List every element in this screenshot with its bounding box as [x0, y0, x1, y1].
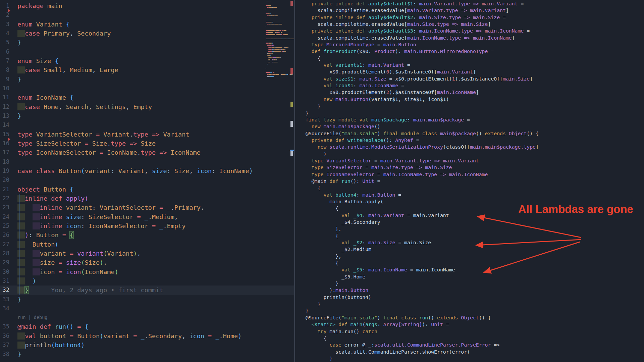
code-line[interactable]: def fromProduct(x$0: Product): main.Butt… — [306, 48, 539, 55]
code-line[interactable]: private def writeReplace(): AnyRef = — [306, 137, 539, 144]
code-line[interactable]: 16type SizeSelector = Size.type => Size — [0, 139, 294, 148]
code-line[interactable]: _$4.Secondary — [306, 219, 539, 225]
code-line[interactable]: } — [306, 355, 539, 362]
code-line[interactable]: { — [306, 205, 539, 212]
code-line[interactable]: 14 — [0, 120, 294, 130]
code-line[interactable]: 4 case Primary, Secondary — [0, 29, 294, 38]
code-line[interactable]: { — [306, 260, 539, 266]
code-line[interactable]: private inline def apply$default$3: main… — [306, 28, 539, 34]
codelens-command[interactable]: run — [17, 315, 25, 320]
code-token: variant — [40, 250, 66, 257]
code-line[interactable]: 24 inline size: SizeSelector = _.Medium, — [0, 212, 294, 221]
decompiled-code-view[interactable]: private inline def apply$default$1: main… — [306, 0, 539, 362]
code-line[interactable]: 18 — [0, 157, 294, 166]
code-line[interactable]: @main def run(): Unit = — [306, 178, 539, 185]
codelens-command[interactable]: debug — [34, 315, 48, 320]
code-line[interactable]: type IconNameSelector = main.IconName.ty… — [306, 171, 539, 178]
code-line[interactable]: } — [306, 301, 539, 307]
code-line[interactable]: private inline def apply$default$2: main… — [306, 14, 539, 21]
code-line[interactable]: 38} — [0, 350, 294, 359]
code-line[interactable]: <static> def main(args: Array[String]): … — [306, 321, 539, 328]
code-line[interactable]: x$0.productElement(2).$asInstanceOf[main… — [306, 89, 539, 96]
code-line[interactable]: { — [306, 232, 539, 239]
code-line[interactable]: 3enum Variant { — [0, 20, 294, 29]
code-line[interactable]: 15type VariantSelector = Variant.type =>… — [0, 130, 294, 139]
minimap[interactable] — [264, 0, 290, 362]
code-token: main.Button — [335, 287, 368, 293]
code-line[interactable]: 19case class Button(variant: Variant, si… — [0, 166, 294, 175]
code-line[interactable]: final lazy module val main$package: main… — [306, 116, 539, 123]
code-line[interactable]: }, — [306, 225, 539, 232]
code-line[interactable]: private inline def apply$default$1: main… — [306, 0, 539, 7]
code-line[interactable]: { — [306, 335, 539, 342]
code-line[interactable]: 11enum IconName { — [0, 93, 294, 102]
code-line[interactable]: val _$4: main.Variant = main.Variant — [306, 212, 539, 219]
code-line[interactable]: type MirroredMonoType = main.Button — [306, 41, 539, 48]
code-line[interactable]: 7enum Size { — [0, 56, 294, 65]
code-line[interactable]: new main.main$package() — [306, 123, 539, 130]
code-line[interactable]: type VariantSelector = main.Variant.type… — [306, 157, 539, 164]
code-line[interactable]: @SourceFile("main.scala") final class ru… — [306, 314, 539, 321]
code-line[interactable]: } — [306, 110, 539, 116]
code-line[interactable]: val variant$1: main.Variant = — [306, 62, 539, 68]
code-line[interactable]: val size$1: main.Size = x$0.productEleme… — [306, 75, 539, 82]
code-line[interactable]: val _$5: main.IconName = main.IconName — [306, 266, 539, 273]
code-line[interactable]: val icon$1: main.IconName = — [306, 82, 539, 89]
code-line[interactable]: new main.Button(variant$1, size$1, icon$… — [306, 96, 539, 103]
code-line[interactable]: scala.compiletime.erasedValue[main.Varia… — [306, 7, 539, 14]
code-line[interactable]: scala.util.CommandLineParser.showError(e… — [306, 349, 539, 355]
code-line[interactable]: 27 Button( — [0, 240, 294, 249]
code-line[interactable]: 17type IconNameSelector = IconName.type … — [0, 148, 294, 157]
code-line[interactable]: case error @ _:scala.util.CommandLinePar… — [306, 342, 539, 348]
code-line[interactable]: 21object Button { — [0, 185, 294, 194]
code-line[interactable]: 12 case Home, Search, Settings, Empty — [0, 102, 294, 111]
code-line[interactable]: _$5.Home — [306, 273, 539, 280]
code-line[interactable]: 30 icon = icon(IconName) — [0, 267, 294, 276]
code-line[interactable]: 31 ) — [0, 276, 294, 286]
code-line[interactable]: try main.run() catch — [306, 328, 539, 335]
codelens-row[interactable]: run | debug — [0, 313, 294, 322]
code-line[interactable]: 9} — [0, 75, 294, 84]
code-line[interactable]: @SourceFile("main.scala") final module c… — [306, 130, 539, 137]
code-line[interactable]: 8 case Small, Medium, Large — [0, 65, 294, 74]
code-line[interactable]: 1package main — [0, 1, 294, 10]
code-line[interactable]: 33} — [0, 295, 294, 304]
code-token: @SourceFile( — [306, 315, 341, 320]
code-line[interactable]: main.Button.apply( — [306, 198, 539, 205]
code-line[interactable]: 5} — [0, 38, 294, 47]
code-line[interactable]: 35@main def run() = { — [0, 322, 294, 331]
code-line[interactable]: 6 — [0, 47, 294, 56]
code-line[interactable]: { — [306, 55, 539, 62]
code-line[interactable]: 36 val button4 = Button(variant = _.Seco… — [0, 331, 294, 341]
code-line[interactable]: x$0.productElement(0).$asInstanceOf[main… — [306, 68, 539, 75]
code-line[interactable]: } — [306, 307, 539, 314]
code-line[interactable]: scala.compiletime.erasedValue[main.IconN… — [306, 35, 539, 41]
code-line[interactable]: 2 — [0, 10, 294, 19]
code-line[interactable]: 23 inline variant: VariantSelector = _.P… — [0, 203, 294, 212]
code-line[interactable]: type SizeSelector = main.Size.type => ma… — [306, 164, 539, 171]
code-line[interactable]: 13} — [0, 111, 294, 120]
code-line[interactable]: _$2.Medium — [306, 246, 539, 253]
code-line[interactable]: 22 inline def apply( — [0, 194, 294, 203]
code-line[interactable]: 25 inline icon: IconNameSelector = _.Emp… — [0, 221, 294, 230]
code-line[interactable]: new scala.runtime.ModuleSerializationPro… — [306, 144, 539, 150]
source-code-editor[interactable]: 1package main23enum Variant {4 case Prim… — [0, 1, 294, 359]
code-line[interactable]: }, — [306, 253, 539, 260]
code-line[interactable]: } — [306, 103, 539, 109]
code-line[interactable]: } — [306, 280, 539, 287]
code-line[interactable]: ) — [306, 151, 539, 157]
code-line[interactable]: 20 — [0, 175, 294, 185]
code-line[interactable]: 28 variant = variant(Variant), — [0, 249, 294, 258]
code-line[interactable]: val button4: main.Button = — [306, 192, 539, 198]
code-line[interactable]: println(button4) — [306, 294, 539, 301]
code-line[interactable]: 29 size = size(Size), — [0, 258, 294, 267]
code-line[interactable]: { — [306, 185, 539, 191]
code-line[interactable]: 26 ): Button = { — [0, 230, 294, 240]
code-line[interactable]: val _$2: main.Size = main.Size — [306, 239, 539, 246]
code-line[interactable]: 10 — [0, 84, 294, 93]
code-line[interactable]: ):main.Button — [306, 287, 539, 294]
code-line[interactable]: 37 println(button4) — [0, 341, 294, 350]
code-line[interactable]: 32 } You, 2 days ago • first commit — [0, 286, 294, 295]
code-line[interactable]: scala.compiletime.erasedValue[main.Size.… — [306, 21, 539, 28]
code-line[interactable]: 34 — [0, 304, 294, 313]
